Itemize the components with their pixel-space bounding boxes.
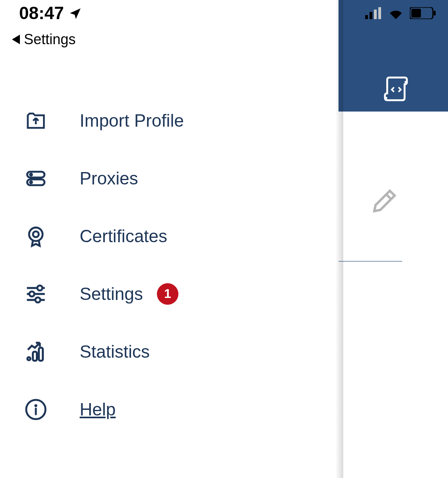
menu: Import Profile Proxies Certificates Sett… [24,92,335,438]
settings-icon [24,282,48,306]
svg-point-10 [30,181,32,183]
menu-item-help[interactable]: Help [24,380,335,438]
certificates-icon [24,224,48,248]
svg-point-16 [37,285,43,290]
svg-rect-20 [33,352,37,361]
menu-item-settings[interactable]: Settings 1 [24,265,335,323]
svg-rect-5 [411,9,421,18]
status-indicators [365,7,436,19]
status-time: 08:47 [19,3,64,23]
svg-point-12 [33,231,39,237]
back-label: Settings [24,31,76,48]
menu-label-settings: Settings [80,284,143,304]
menu-label-help: Help [80,400,116,419]
edit-icon[interactable] [370,187,398,217]
menu-label-statistics: Statistics [80,342,150,362]
menu-label-import: Import Profile [80,111,184,131]
side-divider [338,261,402,262]
back-button[interactable]: Settings [12,31,76,48]
svg-rect-0 [365,15,368,19]
menu-item-statistics[interactable]: Statistics [24,323,335,380]
svg-point-9 [30,173,32,175]
wifi-icon [388,7,404,19]
svg-point-18 [35,297,41,302]
svg-rect-2 [374,10,377,19]
location-icon [69,7,82,20]
menu-label-certificates: Certificates [80,226,167,246]
svg-point-11 [29,227,43,241]
log-icon[interactable] [382,74,412,106]
menu-label-proxies: Proxies [80,168,138,188]
svg-point-17 [29,291,35,296]
svg-rect-3 [378,7,381,19]
back-arrow-icon [12,35,20,44]
battery-icon [410,7,436,19]
proxies-icon [24,167,48,190]
menu-item-proxies[interactable]: Proxies [24,149,335,207]
menu-item-certificates[interactable]: Certificates [24,207,335,265]
help-icon [24,398,48,421]
svg-rect-1 [370,12,372,19]
svg-rect-21 [39,348,43,361]
settings-badge: 1 [157,283,178,305]
status-time-group: 08:47 [19,3,82,23]
cellular-icon [365,7,382,19]
menu-item-import-profile[interactable]: Import Profile [24,92,335,149]
status-bar: 08:47 [0,0,448,26]
svg-point-19 [27,357,31,360]
statistics-icon [24,340,48,364]
import-icon [24,109,48,133]
svg-rect-6 [434,11,436,16]
